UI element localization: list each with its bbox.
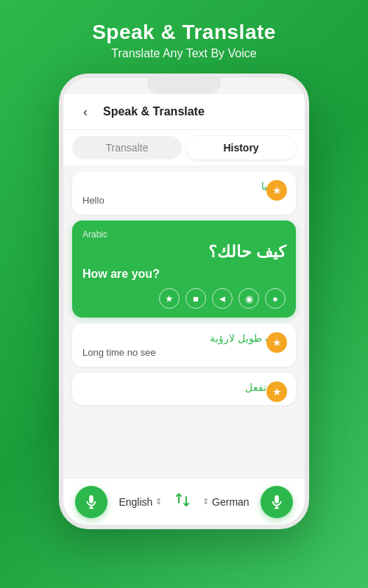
list-item-active[interactable]: Arabic كيف حالك؟ How are you? ★ ■ ◄ ◉ ● [72, 220, 296, 318]
microphone-icon-right [269, 494, 285, 510]
target-language-selector[interactable]: ⇕ German [202, 496, 250, 508]
swap-languages-button[interactable] [174, 491, 191, 512]
tab-translate[interactable]: Transalte [72, 136, 182, 159]
stop-action-button[interactable]: ■ [185, 288, 206, 309]
mic-button-right[interactable] [261, 486, 293, 518]
volume-action-button[interactable]: ◉ [238, 288, 259, 309]
swap-icon [174, 491, 191, 509]
top-bar: ‹ Speak & Translate [63, 94, 305, 130]
source-text: وقت طويل لارؤية [82, 332, 286, 344]
list-item[interactable]: وقت طويل لارؤية Long time no see ★ [72, 323, 296, 367]
microphone-icon-left [83, 494, 99, 510]
star-button-partial[interactable]: ★ [266, 381, 287, 402]
source-lang-label: English [118, 496, 152, 508]
tab-history[interactable]: History [186, 136, 296, 159]
tab-bar: Transalte History [63, 130, 305, 165]
list-item[interactable]: مرحبا Hello ★ [72, 171, 296, 215]
star-button[interactable]: ★ [266, 180, 287, 201]
mic-button-left[interactable] [75, 486, 107, 518]
language-label: Arabic [82, 229, 286, 240]
bottom-bar: English ⇕ ⇕ German [63, 478, 305, 525]
more-action-button[interactable]: ● [265, 288, 286, 309]
header: Speak & Translate Translate Any Text By … [92, 0, 276, 68]
source-lang-arrows: ⇕ [155, 497, 162, 506]
list-item[interactable]: ماذا تفعل ★ [72, 373, 296, 405]
source-language-selector[interactable]: English ⇕ [118, 496, 162, 508]
source-text: ماذا تفعل [82, 381, 286, 393]
history-list: مرحبا Hello ★ Arabic كيف حالك؟ How are y… [63, 165, 305, 478]
star-action-button[interactable]: ★ [159, 288, 180, 309]
phone-notch [147, 78, 221, 94]
source-text-arabic: كيف حالك؟ [82, 243, 286, 262]
back-button[interactable]: ‹ [75, 101, 96, 122]
source-text: مرحبا [82, 180, 286, 192]
target-lang-label: German [212, 496, 250, 508]
phone-mockup: ‹ Speak & Translate Transalte History مر… [59, 74, 309, 529]
app-title: Speak & Translate [92, 21, 276, 44]
translated-text-english: How are you? [82, 268, 286, 281]
app-subtitle: Translate Any Text By Voice [92, 47, 276, 60]
star-button[interactable]: ★ [266, 332, 287, 353]
action-bar: ★ ■ ◄ ◉ ● [82, 288, 286, 309]
translated-text: Hello [82, 195, 286, 206]
share-action-button[interactable]: ◄ [212, 288, 233, 309]
target-lang-arrows: ⇕ [202, 497, 209, 506]
screen-title: Speak & Translate [103, 105, 205, 118]
translated-text: Long time no see [82, 347, 286, 358]
app-content: ‹ Speak & Translate Transalte History مر… [63, 94, 305, 525]
